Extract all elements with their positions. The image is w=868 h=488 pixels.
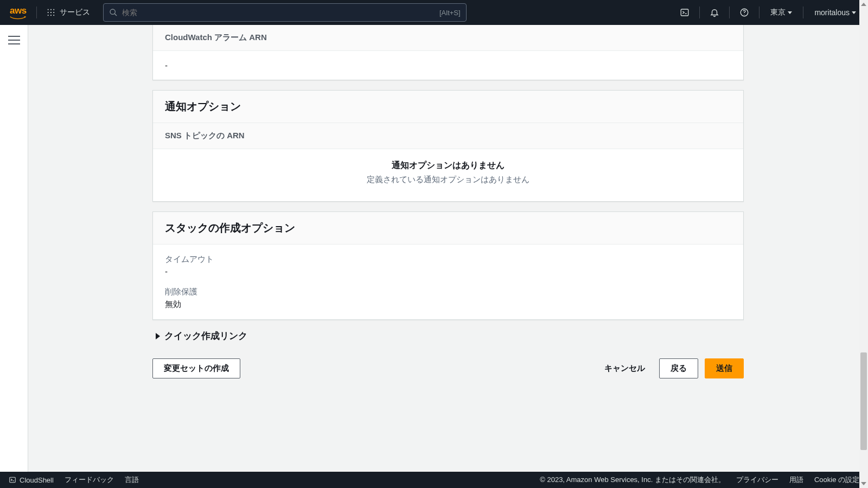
main-content: CloudWatch アラーム ARN - 通知オプション SNS トピックの … (28, 25, 868, 472)
submit-button[interactable]: 送信 (705, 358, 744, 378)
deletion-protection-label: 削除保護 (165, 287, 731, 297)
privacy-link[interactable]: プライバシー (736, 475, 778, 485)
feedback-link[interactable]: フィードバック (65, 475, 114, 485)
region-label: 東京 (770, 8, 786, 17)
nav-divider (36, 7, 37, 18)
cloudshell-footer-button[interactable]: CloudShell (9, 476, 54, 484)
timeout-label: タイムアウト (165, 254, 731, 265)
scroll-up-button[interactable] (859, 0, 868, 9)
svg-line-1 (114, 14, 117, 16)
notification-panel: 通知オプション SNS トピックの ARN 通知オプションはありません 定義され… (152, 90, 744, 202)
create-changeset-button[interactable]: 変更セットの作成 (152, 358, 240, 378)
language-link[interactable]: 言語 (125, 475, 139, 485)
services-label: サービス (60, 8, 90, 17)
terminal-icon (680, 8, 690, 17)
services-menu[interactable]: サービス (42, 8, 94, 17)
sidebar-toggle[interactable] (8, 36, 20, 44)
notification-empty-desc: 定義されている通知オプションはありません (153, 175, 743, 185)
quick-create-link-label: クイック作成リンク (164, 330, 247, 342)
nav-divider (699, 7, 700, 18)
cancel-button[interactable]: キャンセル (597, 359, 653, 378)
footer-bar: CloudShell フィードバック 言語 © 2023, Amazon Web… (0, 472, 868, 488)
sns-subheader: SNS トピックの ARN (153, 123, 743, 149)
aws-logo-text: aws (10, 5, 27, 16)
sidebar-collapsed (0, 25, 28, 472)
cloudshell-label: CloudShell (20, 476, 54, 484)
help-button[interactable] (735, 3, 754, 22)
account-menu[interactable]: moritalous (809, 8, 861, 17)
svg-point-5 (744, 14, 745, 15)
notification-header: 通知オプション (153, 91, 743, 123)
search-shortcut: [Alt+S] (439, 9, 461, 17)
region-selector[interactable]: 東京 (765, 8, 797, 17)
stack-options-header: スタックの作成オプション (153, 212, 743, 245)
stack-options-panel: スタックの作成オプション タイムアウト - 削除保護 無効 (152, 211, 744, 320)
back-button[interactable]: 戻る (659, 358, 698, 378)
nav-divider (803, 7, 803, 18)
nav-divider (729, 7, 730, 18)
action-bar: 変更セットの作成 キャンセル 戻る 送信 (152, 348, 744, 388)
svg-point-0 (110, 9, 115, 14)
search-icon (109, 8, 118, 17)
cloudwatch-subheader: CloudWatch アラーム ARN (153, 25, 743, 51)
bell-icon (710, 8, 719, 17)
outer-scrollbar[interactable] (859, 0, 868, 488)
deletion-protection-value: 無効 (165, 299, 731, 310)
notifications-button[interactable] (705, 3, 724, 22)
timeout-value: - (165, 267, 731, 276)
chevron-down-icon (788, 11, 792, 14)
terminal-icon (9, 476, 16, 484)
cloudwatch-alarm-panel: CloudWatch アラーム ARN - (152, 25, 744, 80)
search-input[interactable] (122, 8, 439, 17)
search-box[interactable]: [Alt+S] (103, 3, 467, 22)
aws-logo[interactable]: aws (10, 5, 31, 20)
copyright-text: © 2023, Amazon Web Services, Inc. またはその関… (540, 475, 725, 485)
quick-create-link-expander[interactable]: クイック作成リンク (152, 320, 744, 348)
cloudwatch-value: - (165, 61, 731, 70)
scroll-thumb[interactable] (860, 352, 867, 450)
grid-icon (47, 8, 55, 17)
terms-link[interactable]: 用語 (789, 475, 803, 485)
notification-empty-title: 通知オプションはありません (153, 160, 743, 171)
help-icon (739, 8, 749, 17)
caret-right-icon (156, 333, 160, 339)
scroll-down-button[interactable] (859, 479, 868, 488)
aws-swoosh-icon (10, 16, 26, 20)
nav-divider (759, 7, 760, 18)
user-label: moritalous (814, 8, 850, 17)
cloudshell-nav-button[interactable] (675, 3, 694, 22)
chevron-down-icon (852, 11, 856, 14)
top-nav: aws サービス [Alt+S] 東京 (0, 0, 868, 25)
cookie-settings-link[interactable]: Cookie の設定 (814, 475, 859, 485)
